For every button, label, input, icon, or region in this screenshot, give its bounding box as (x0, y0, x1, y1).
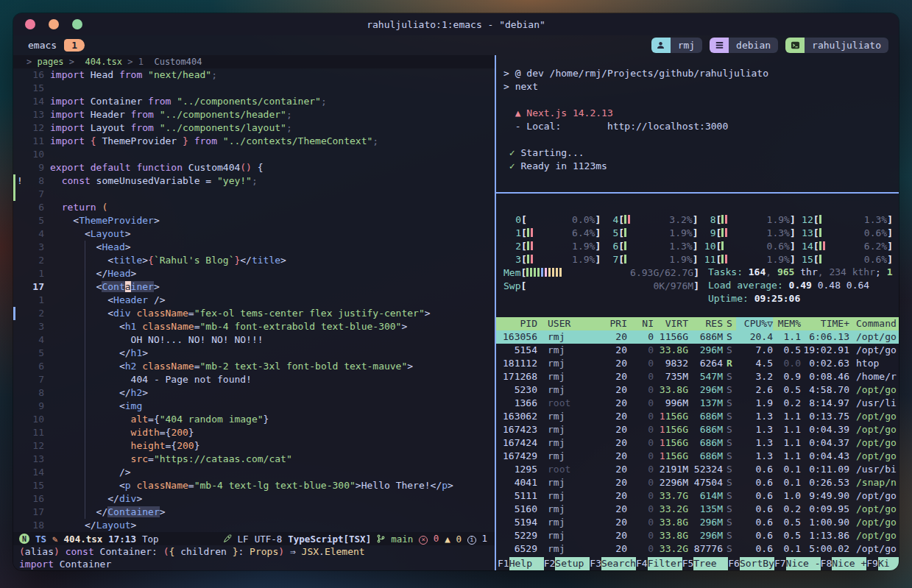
process-row[interactable]: 5194rmj20033.8G296MS0.60.51:00.90/opt/go (496, 516, 899, 529)
badge-rmj[interactable]: rmj (651, 38, 702, 53)
process-row[interactable]: 163056rmj2001156G686MS20.41.16:06.13/opt… (496, 330, 899, 344)
cell: 1:00.90 (801, 516, 849, 529)
code-text: <img (50, 400, 142, 413)
line-number: 5 (24, 214, 50, 227)
meter-bar (624, 215, 626, 224)
column-header-PRI[interactable]: PRI (608, 317, 627, 330)
error-icon: × (419, 536, 428, 545)
code-line[interactable]: 12import Layout from "../components/layo… (13, 121, 495, 135)
fkey-F2[interactable]: F2Setup (544, 557, 590, 570)
window-index-badge[interactable]: 1 (64, 39, 85, 52)
process-row[interactable]: 171268rmj200735M547MS3.20.90:08.46/home/… (496, 370, 899, 383)
uptime: Uptime: 09:25:06 (699, 292, 893, 305)
column-header-RES[interactable]: RES (688, 317, 723, 330)
code-line[interactable]: 5 </h1> (13, 347, 495, 360)
fkey-F3[interactable]: F3Search (590, 557, 636, 570)
code-line[interactable]: 9export default function Custom404() { (13, 161, 495, 174)
line-number: 8 (24, 174, 50, 188)
line-number: 12 (24, 121, 50, 135)
code-line[interactable]: 14 /> (13, 466, 495, 479)
code-line[interactable]: 11 width={200} (13, 426, 495, 439)
gutter: !8 (13, 174, 50, 188)
code-line[interactable]: 1 <Header /> (13, 294, 495, 307)
process-row[interactable]: 167423rmj2001156G686MS1.31.10:04.39/opt/… (496, 423, 899, 436)
code-line[interactable]: 14import Container from "../components/c… (13, 95, 495, 108)
git-branch-name[interactable]: main (391, 534, 413, 545)
code-line[interactable]: 7 404 - Page not found! (13, 373, 495, 386)
editor-pane[interactable]: > pages > 404.tsx > 1 Custom404 16import… (13, 55, 495, 570)
code-line[interactable]: 3 <h1 className="mb-4 font-extrabold tex… (13, 320, 495, 333)
code-line[interactable]: 9 <img (13, 400, 495, 413)
fkey-F6[interactable]: F6SortBy (728, 557, 774, 570)
column-header-TIME+[interactable]: TIME+ (801, 317, 849, 330)
code-line[interactable]: 1 </Head> (13, 267, 495, 280)
cell: 735M (654, 370, 688, 383)
process-row[interactable]: 1366root200996M137MS1.90.28:14.97/usr/li (496, 397, 899, 410)
code-line[interactable]: 10 (13, 148, 495, 161)
process-row[interactable]: 167429rmj2001156G686MS1.31.10:04.43/opt/… (496, 450, 899, 463)
fkey-F8[interactable]: F8Nice + (821, 557, 867, 570)
code-line[interactable]: 16 </div> (13, 492, 495, 506)
process-row[interactable]: 5230rmj20033.8G296MS2.60.54:58.70/opt/go (496, 383, 899, 397)
code-line[interactable]: 2 <title>{`Rahul's Blog`}</title> (13, 254, 495, 267)
column-header-USER[interactable]: USER (537, 317, 608, 330)
code-area[interactable]: 16import Head from "next/head";1514impor… (13, 68, 495, 532)
column-header-Command[interactable]: Command (849, 317, 899, 330)
process-row[interactable]: 181112rmj20098326264R4.50.00:02.63htop (496, 357, 899, 370)
code-line[interactable]: 2 <div className="fex-ol tems-center fle… (13, 307, 495, 320)
code-line[interactable]: 16import Head from "next/head"; (13, 68, 495, 82)
badge-debian[interactable]: debian (710, 38, 778, 53)
fkey-F4[interactable]: F4Filter (636, 557, 682, 570)
column-header-NI[interactable]: NI (627, 317, 654, 330)
code-line[interactable]: 4 OH NO!... NO! NO! NO!!! (13, 333, 495, 347)
process-row[interactable]: 5160rmj20033.2G135MS0.60.20:09.95/opt/go (496, 503, 899, 516)
process-row[interactable]: 4041rmj2002296M47504S0.60.10:26.53/snap/… (496, 476, 899, 489)
code-line[interactable]: 4 <Layout> (13, 227, 495, 241)
process-table[interactable]: PIDUSERPRINIVIRTRESSCPU%▽MEM%TIME+Comman… (496, 317, 899, 556)
code-line[interactable]: 17 </Container> (13, 506, 495, 519)
fkey-F7[interactable]: F7Nice - (774, 557, 821, 570)
fkey-F9[interactable]: F9Ki (866, 557, 899, 570)
cell: 0.6 (736, 503, 773, 516)
code-line[interactable]: 12 height={200} (13, 439, 495, 453)
column-header-S[interactable]: S (723, 317, 736, 330)
code-line[interactable]: 18 </Layout> (13, 519, 495, 532)
language-mode[interactable]: TypeScript[TSX] (288, 534, 371, 545)
process-row[interactable]: 163062rmj2001156G686MS1.31.10:13.75/opt/… (496, 410, 899, 423)
error-count[interactable]: × 0 (419, 533, 439, 545)
code-line[interactable]: 5 <ThemeProvider> (13, 214, 495, 227)
badge-rahuljuliato[interactable]: rahuljuliato (785, 38, 888, 53)
process-row[interactable]: 6529rmj20033.2G87776S0.60.15:00.02/opt/g… (496, 542, 899, 556)
code-line[interactable]: 15 (13, 82, 495, 95)
code-line[interactable]: 10 alt={"404 random image"} (13, 413, 495, 426)
code-line[interactable]: 6 <h2 className="mb-2 text-3xl font-bold… (13, 360, 495, 373)
code-line[interactable]: 6 return ( (13, 201, 495, 214)
htop-pane[interactable]: 0[0.0%]4[3.2%]8[1.9%]12[1.3%]1[6.4%]5[1.… (496, 194, 899, 570)
process-row[interactable]: 5154rmj20033.8G296MS7.00.519:02.91/opt/g… (496, 344, 899, 357)
meter-bar (725, 228, 727, 237)
column-header-MEM%[interactable]: MEM% (773, 317, 801, 330)
fkey-F5[interactable]: F5Tree (682, 557, 729, 570)
column-header-CPU%[interactable]: CPU%▽ (736, 317, 773, 330)
code-line[interactable]: 3 <Head> (13, 241, 495, 254)
info-count[interactable]: i 1 (467, 533, 487, 545)
gutter-spacer (13, 121, 24, 135)
code-line[interactable]: 13 src="https://cataas.com/cat" (13, 453, 495, 466)
window-title: rahuljuliato:1:emacs - "debian" (13, 19, 899, 30)
warning-count[interactable]: ▲ 0 (445, 534, 462, 545)
process-row[interactable]: 5229rmj20033.8G296MS0.60.51:13.86/opt/go (496, 529, 899, 542)
code-line[interactable]: 15 <p className="mb-4 text-lg text-blue-… (13, 479, 495, 492)
code-line[interactable]: 11import { ThemeProvider } from "../cont… (13, 135, 495, 148)
dev-server-terminal-pane[interactable]: > @ dev /home/rmj/Projects/github/rahulj… (496, 55, 899, 192)
column-header-PID[interactable]: PID (496, 317, 537, 330)
process-row[interactable]: 5111rmj20033.7G614MS0.61.09:49.90/opt/go (496, 489, 899, 503)
code-line[interactable]: 13import Header from "../components/head… (13, 108, 495, 121)
code-line[interactable]: 17 <Container> (13, 280, 495, 294)
code-line[interactable]: !8 const someUnusedVariable = "yey!"; (13, 174, 495, 188)
column-header-VIRT[interactable]: VIRT (654, 317, 688, 330)
code-line[interactable]: 7 (13, 188, 495, 201)
code-line[interactable]: 8 </h2> (13, 386, 495, 400)
fkey-F1[interactable]: F1Help (498, 557, 544, 570)
process-row[interactable]: 167424rmj2001156G686MS1.31.10:04.37/opt/… (496, 436, 899, 450)
process-row[interactable]: 1295root2002191M52324S0.60.10:11.09/usr/… (496, 463, 899, 476)
